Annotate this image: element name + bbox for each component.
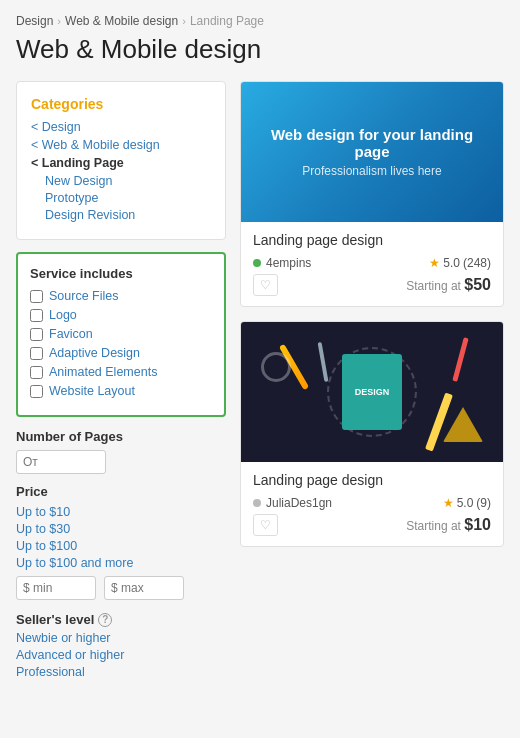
breadcrumb-sep-2: › <box>182 15 186 27</box>
heart-button-2[interactable]: ♡ <box>253 514 278 536</box>
star-icon-2: ★ <box>443 496 454 510</box>
heart-row-2: ♡ Starting at $10 <box>253 514 491 536</box>
breadcrumb-landing: Landing Page <box>190 14 264 28</box>
checkbox-logo[interactable] <box>30 309 43 322</box>
service-animated-elements: Animated Elements <box>30 365 212 379</box>
breadcrumb: Design › Web & Mobile design › Landing P… <box>16 14 504 28</box>
categories-title: Categories <box>31 96 211 112</box>
cat-sub-prototype[interactable]: Prototype <box>31 191 211 205</box>
starting-at-label-1: Starting at <box>406 279 461 293</box>
price-up-to-100[interactable]: Up to $100 <box>16 539 226 553</box>
seller-info-2: JuliaDes1gn <box>253 496 332 510</box>
online-dot-1 <box>253 259 261 267</box>
price-max-input[interactable] <box>104 576 184 600</box>
seller-info-1: 4empins <box>253 256 311 270</box>
number-of-pages-label: Number of Pages <box>16 429 226 444</box>
price-up-to-10[interactable]: Up to $10 <box>16 505 226 519</box>
seller-newbie[interactable]: Newbie or higher <box>16 631 226 645</box>
seller-advanced[interactable]: Advanced or higher <box>16 648 226 662</box>
product-info-1: Landing page design 4empins ★ 5.0 (248) <box>241 222 503 306</box>
cat-sub-new-design[interactable]: New Design <box>31 174 211 188</box>
service-includes-box: Service includes Source Files Logo Favic… <box>16 252 226 417</box>
sidebar: Categories < Design < Web & Mobile desig… <box>16 81 226 682</box>
pages-input[interactable] <box>16 450 106 474</box>
product-card-1: Web design for your landing page Profess… <box>240 81 504 307</box>
breadcrumb-web-mobile[interactable]: Web & Mobile design <box>65 14 178 28</box>
product-meta-1: 4empins ★ 5.0 (248) <box>253 256 491 270</box>
checkbox-animated-elements[interactable] <box>30 366 43 379</box>
heart-row-1: ♡ Starting at $50 <box>253 274 491 296</box>
rating-2: ★ 5.0 (9) <box>443 496 491 510</box>
reviews-1: (248) <box>463 256 491 270</box>
help-icon[interactable]: ? <box>98 613 112 627</box>
price-min-input[interactable] <box>16 576 96 600</box>
starting-price-1: Starting at $50 <box>406 276 491 294</box>
seller-level-section: Seller's level ? Newbie or higher Advanc… <box>16 612 226 679</box>
starting-price-2: Starting at $10 <box>406 516 491 534</box>
label-source-files: Source Files <box>49 289 118 303</box>
design-notebook: DESIGN <box>342 354 402 430</box>
main-content: Web design for your landing page Profess… <box>240 81 504 561</box>
cat-web-mobile[interactable]: < Web & Mobile design <box>31 138 211 152</box>
service-logo: Logo <box>30 308 212 322</box>
price-label: Price <box>16 484 226 499</box>
label-favicon: Favicon <box>49 327 93 341</box>
cat-landing[interactable]: < Landing Page <box>31 156 211 170</box>
checkbox-adaptive-design[interactable] <box>30 347 43 360</box>
seller-level-title: Seller's level ? <box>16 612 226 627</box>
breadcrumb-sep-1: › <box>57 15 61 27</box>
offline-dot-2 <box>253 499 261 507</box>
seller-professional[interactable]: Professional <box>16 665 226 679</box>
page-title: Web & Mobile design <box>16 34 504 65</box>
product-name-1: Landing page design <box>253 232 491 248</box>
heart-button-1[interactable]: ♡ <box>253 274 278 296</box>
price-value-1: $50 <box>464 276 491 293</box>
price-up-to-100-more[interactable]: Up to $100 and more <box>16 556 226 570</box>
seller-level-label: Seller's level <box>16 612 94 627</box>
checkbox-source-files[interactable] <box>30 290 43 303</box>
tool-triangle <box>443 407 483 442</box>
tool-compass <box>318 342 329 382</box>
seller-name-1: 4empins <box>266 256 311 270</box>
rating-value-1: 5.0 <box>443 256 460 270</box>
product-image-2: DESIGN <box>241 322 503 462</box>
checkbox-website-layout[interactable] <box>30 385 43 398</box>
service-adaptive-design: Adaptive Design <box>30 346 212 360</box>
service-website-layout: Website Layout <box>30 384 212 398</box>
product-meta-2: JuliaDes1gn ★ 5.0 (9) <box>253 496 491 510</box>
product-card-2: DESIGN Landing page design JuliaDes1gn ★… <box>240 321 504 547</box>
breadcrumb-design[interactable]: Design <box>16 14 53 28</box>
design-label: DESIGN <box>355 387 390 397</box>
rating-value-2: 5.0 <box>457 496 474 510</box>
label-adaptive-design: Adaptive Design <box>49 346 140 360</box>
label-website-layout: Website Layout <box>49 384 135 398</box>
page-wrapper: Design › Web & Mobile design › Landing P… <box>0 0 520 696</box>
content-row: Categories < Design < Web & Mobile desig… <box>16 81 504 682</box>
price-up-to-30[interactable]: Up to $30 <box>16 522 226 536</box>
categories-card: Categories < Design < Web & Mobile desig… <box>16 81 226 240</box>
tool-circle <box>261 352 291 382</box>
product-info-2: Landing page design JuliaDes1gn ★ 5.0 (9… <box>241 462 503 546</box>
checkbox-favicon[interactable] <box>30 328 43 341</box>
cat-sub-design-revision[interactable]: Design Revision <box>31 208 211 222</box>
price-value-2: $10 <box>464 516 491 533</box>
label-animated-elements: Animated Elements <box>49 365 157 379</box>
tool-brush <box>452 337 468 382</box>
cat-design[interactable]: < Design <box>31 120 211 134</box>
seller-name-2: JuliaDes1gn <box>266 496 332 510</box>
reviews-2: (9) <box>476 496 491 510</box>
service-favicon: Favicon <box>30 327 212 341</box>
price-inputs <box>16 576 226 600</box>
label-logo: Logo <box>49 308 77 322</box>
product-image-text-sub: Professionalism lives here <box>302 164 441 178</box>
product-name-2: Landing page design <box>253 472 491 488</box>
starting-at-label-2: Starting at <box>406 519 461 533</box>
service-includes-title: Service includes <box>30 266 212 281</box>
product-image-1: Web design for your landing page Profess… <box>241 82 503 222</box>
price-section: Price Up to $10 Up to $30 Up to $100 Up … <box>16 484 226 600</box>
product-image-text-main: Web design for your landing page <box>241 126 503 160</box>
star-icon-1: ★ <box>429 256 440 270</box>
service-source-files: Source Files <box>30 289 212 303</box>
number-of-pages-section: Number of Pages <box>16 429 226 474</box>
rating-1: ★ 5.0 (248) <box>429 256 491 270</box>
